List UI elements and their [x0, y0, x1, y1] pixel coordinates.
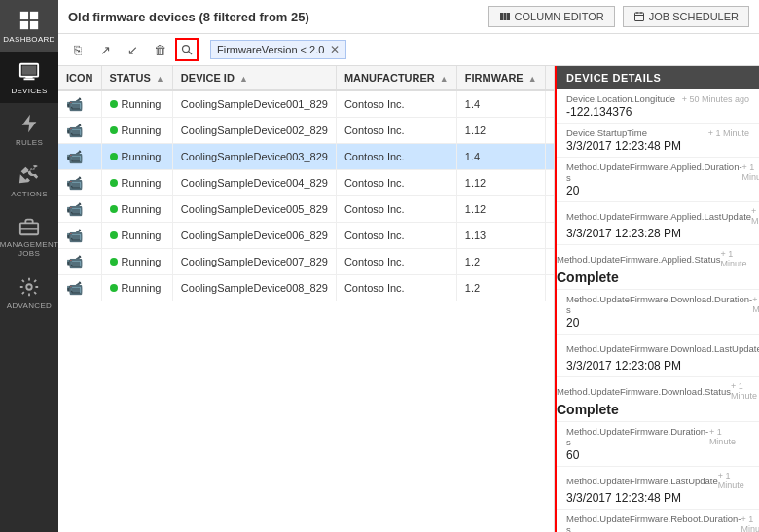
monitor-icon	[18, 61, 40, 83]
detail-time: + 50 Minutes ago	[682, 94, 749, 104]
cell-building: Building 4	[545, 90, 555, 118]
table-row[interactable]: 📹 Running CoolingSampleDevice008_829 Con…	[58, 275, 555, 301]
detail-label: Method.UpdateFirmware.Duration-s + 1 Min…	[566, 426, 749, 447]
cell-manufacturer: Contoso Inc.	[336, 170, 456, 196]
detail-label-text: Method.UpdateFirmware.Applied.LastUpdate	[566, 211, 751, 222]
main-content: Old firmware devices (8 filtered from 25…	[58, 0, 759, 532]
cell-device-id: CoolingSampleDevice003_829	[172, 144, 336, 170]
cell-status: Running	[101, 275, 172, 301]
device-details-panel: DEVICE DETAILS Device.Location.Longitude…	[555, 66, 759, 532]
table-row[interactable]: 📹 Running CoolingSampleDevice003_829 Con…	[58, 144, 555, 170]
detail-label: Method.UpdateFirmware.Applied.Duration-s…	[566, 161, 749, 183]
device-table-container[interactable]: ICON STATUS ▲ DEVICE ID ▲ MANUFACTURER ▲…	[58, 66, 555, 532]
cell-firmware: 1.12	[456, 118, 545, 144]
table-row[interactable]: 📹 Running CoolingSampleDevice007_829 Con…	[58, 249, 555, 275]
svg-rect-7	[22, 66, 37, 75]
sidebar-item-actions-label: Actions	[11, 190, 48, 198]
cell-device-id: CoolingSampleDevice008_829	[172, 275, 336, 301]
cell-firmware: 1.4	[456, 90, 545, 118]
cell-building: Building 4	[545, 275, 555, 301]
cell-manufacturer: Contoso Inc.	[336, 118, 456, 144]
svg-rect-13	[503, 13, 506, 20]
device-table: ICON STATUS ▲ DEVICE ID ▲ MANUFACTURER ▲…	[58, 66, 555, 301]
import-button[interactable]: ↙	[121, 38, 144, 61]
sidebar-item-rules[interactable]: Rules	[0, 103, 58, 155]
cell-firmware: 1.4	[456, 144, 545, 170]
detail-value: 3/3/2017 12:23:48 PM	[566, 139, 749, 153]
detail-time: + 1 Minute	[741, 514, 759, 532]
grid-icon	[18, 10, 40, 31]
sidebar-item-devices[interactable]: Devices	[0, 52, 58, 103]
svg-rect-3	[30, 21, 38, 29]
detail-label-text: Method.UpdateFirmware.Download.Duration-…	[566, 294, 752, 315]
lightning-icon	[18, 113, 40, 134]
detail-value: Complete	[557, 269, 749, 285]
search-icon	[181, 44, 193, 55]
detail-value: 20	[566, 316, 749, 330]
sidebar-item-management-jobs[interactable]: ManagementJobs	[0, 206, 58, 266]
detail-time: + 1 Minute	[718, 471, 749, 490]
search-button[interactable]	[175, 38, 199, 61]
status-dot	[110, 231, 118, 239]
device-icon: 📹	[66, 201, 83, 217]
detail-label: Method.UpdateFirmware.Download.Duration-…	[566, 294, 749, 315]
svg-rect-12	[500, 13, 503, 20]
detail-label-text: Method.UpdateFirmware.Duration-s	[566, 426, 709, 447]
sidebar-item-dashboard[interactable]: Dashboard	[0, 0, 58, 52]
svg-rect-5	[25, 77, 32, 79]
column-editor-button[interactable]: COLUMN EDITOR	[488, 6, 615, 27]
detail-time: + 1 Minute	[742, 162, 759, 182]
device-details-header: DEVICE DETAILS	[557, 66, 759, 89]
detail-label-text: Method.UpdateFirmware.Download.Status	[557, 386, 731, 397]
device-icon: 📹	[66, 254, 83, 269]
filter-tag-close-button[interactable]: ✕	[330, 43, 340, 56]
table-row[interactable]: 📹 Running CoolingSampleDevice004_829 Con…	[58, 170, 555, 196]
copy-button[interactable]: ⎘	[66, 38, 90, 61]
table-row[interactable]: 📹 Running CoolingSampleDevice006_829 Con…	[58, 223, 555, 249]
detail-value: -122.134376	[566, 105, 749, 119]
col-building[interactable]: BUILDING	[545, 66, 555, 90]
sidebar-item-actions[interactable]: Actions	[0, 155, 58, 206]
cell-manufacturer: Contoso Inc.	[336, 90, 456, 118]
table-row[interactable]: 📹 Running CoolingSampleDevice001_829 Con…	[58, 90, 555, 118]
column-editor-label: COLUMN EDITOR	[515, 11, 604, 22]
top-bar: Old firmware devices (8 filtered from 25…	[58, 0, 759, 34]
sidebar: Dashboard Devices Rules Actions Manageme…	[0, 0, 58, 532]
col-manufacturer[interactable]: MANUFACTURER ▲	[336, 66, 456, 90]
job-scheduler-button[interactable]: JOB SCHEDULER	[623, 6, 749, 27]
detail-label: Method.UpdateFirmware.Download.LastUpdat…	[566, 338, 749, 358]
detail-label: Device.Location.Longitude + 50 Minutes a…	[566, 93, 749, 104]
detail-item: Method.UpdateFirmware.Applied.Status + 1…	[555, 245, 759, 290]
delete-button[interactable]: 🗑	[148, 38, 171, 61]
cell-manufacturer: Contoso Inc.	[336, 223, 456, 249]
cell-building: Building 4	[545, 170, 555, 196]
svg-rect-2	[20, 21, 28, 29]
detail-item: Method.UpdateFirmware.Download.Duration-…	[557, 290, 759, 335]
sidebar-item-dashboard-label: Dashboard	[3, 35, 54, 44]
detail-label: Method.UpdateFirmware.Applied.LastUpdate…	[566, 206, 749, 226]
col-icon[interactable]: ICON	[58, 66, 101, 90]
sidebar-item-advanced[interactable]: Advanced	[0, 266, 58, 318]
detail-label-text: Device.StartupTime	[566, 127, 647, 138]
detail-item: Method.UpdateFirmware.Download.LastUpdat…	[557, 335, 759, 377]
detail-item: Method.UpdateFirmware.Applied.LastUpdate…	[557, 202, 759, 245]
export-button[interactable]: ↗	[93, 38, 117, 61]
table-row[interactable]: 📹 Running CoolingSampleDevice002_829 Con…	[58, 118, 555, 144]
col-device-id[interactable]: DEVICE ID ▲	[172, 66, 336, 90]
col-status[interactable]: STATUS ▲	[101, 66, 172, 90]
detail-time: + 1 Minute	[709, 427, 749, 446]
table-row[interactable]: 📹 Running CoolingSampleDevice005_829 Con…	[58, 196, 555, 223]
detail-value: 20	[566, 184, 749, 197]
detail-time: + 1 Minute	[720, 249, 749, 268]
cell-status: Running	[101, 118, 172, 144]
col-firmware[interactable]: FIRMWARE ▲	[456, 66, 545, 90]
sidebar-item-rules-label: Rules	[16, 138, 43, 147]
svg-rect-15	[634, 13, 643, 21]
cell-status: Running	[101, 223, 172, 249]
detail-time: + 1 Minute	[752, 295, 759, 314]
cell-icon: 📹	[58, 118, 101, 144]
cell-device-id: CoolingSampleDevice005_829	[172, 196, 336, 223]
page-title: Old firmware devices (8 filtered from 25…	[68, 10, 481, 24]
svg-rect-14	[507, 13, 510, 20]
cell-icon: 📹	[58, 275, 101, 301]
